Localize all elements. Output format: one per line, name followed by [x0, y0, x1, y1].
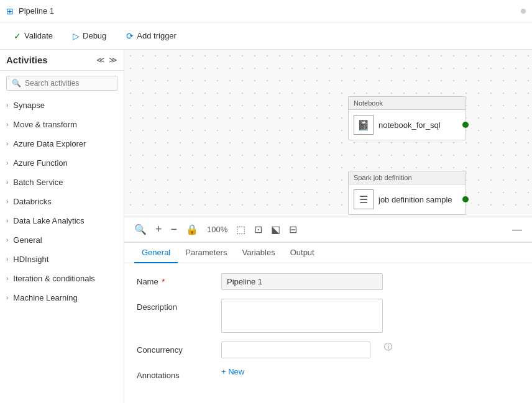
node-label-notebook: notebook_for_sql	[378, 120, 441, 130]
canvas-toolbar: 🔍 + − 🔒 100% ⬚ ⊡ ⬕ ⊟ —	[124, 217, 532, 242]
collapse-canvas-handle[interactable]: —	[512, 224, 522, 235]
node-header-spark: Spark job definition	[349, 171, 466, 184]
chevron-right-icon: ›	[6, 275, 8, 282]
search-input[interactable]	[25, 79, 112, 88]
add-canvas-icon[interactable]: +	[155, 223, 162, 236]
annotations-row: Annotations + New	[137, 367, 520, 380]
node-icon-notebook: 📓	[354, 115, 374, 135]
fit-canvas-icon[interactable]: 100%	[207, 225, 227, 234]
sidebar-item-data-lake-analytics[interactable]: ›Data Lake Analytics	[0, 211, 124, 230]
chevron-right-icon: ›	[6, 237, 8, 243]
collapse-icon[interactable]: ≪	[96, 55, 105, 65]
sidebar-title: Activities	[6, 55, 48, 65]
sidebar-item-iteration--conditionals[interactable]: ›Iteration & conditionals	[0, 269, 124, 288]
pipeline-node-notebook[interactable]: Notebook 📓 notebook_for_sql	[348, 96, 466, 140]
sidebar-header: Activities ≪ ≫	[0, 50, 124, 71]
chevron-right-icon: ›	[6, 121, 8, 128]
canvas: Notebook 📓 notebook_for_sql Spark job de…	[124, 50, 532, 217]
concurrency-input[interactable]	[221, 342, 370, 358]
chevron-right-icon: ›	[6, 140, 8, 147]
pipeline-node-spark[interactable]: Spark job definition ☰ job definition sa…	[348, 171, 466, 215]
sidebar-item-azure-function[interactable]: ›Azure Function	[0, 153, 124, 173]
sidebar-item-move--transform[interactable]: ›Move & transform	[0, 115, 124, 134]
chevron-right-icon: ›	[6, 179, 8, 186]
tab-parameters[interactable]: Parameters	[178, 243, 234, 263]
sidebar-item-batch-service[interactable]: ›Batch Service	[0, 173, 124, 192]
chevron-right-icon: ›	[6, 294, 8, 301]
bottom-panel: GeneralParametersVariablesOutput Name * …	[124, 242, 532, 403]
validate-button[interactable]: ✓ Validate	[10, 29, 57, 43]
debug-icon: ▷	[73, 31, 80, 41]
sidebar-controls[interactable]: ≪ ≫	[96, 55, 117, 65]
node-body-notebook: 📓 notebook_for_sql	[349, 110, 466, 140]
validate-icon: ✓	[14, 31, 21, 41]
fullscreen-canvas-icon[interactable]: ⬚	[236, 224, 245, 235]
add-trigger-button[interactable]: ⟳ Add trigger	[122, 29, 180, 43]
unsaved-indicator	[521, 9, 526, 14]
pipeline-title: Pipeline 1	[19, 6, 54, 16]
search-icon: 🔍	[12, 79, 21, 88]
sidebar-item-general[interactable]: ›General	[0, 230, 124, 250]
main-layout: Activities ≪ ≫ 🔍 ›Synapse›Move & transfo…	[0, 50, 532, 403]
sidebar: Activities ≪ ≫ 🔍 ›Synapse›Move & transfo…	[0, 50, 124, 403]
pipeline-icon: ⊞	[6, 6, 14, 16]
node-body-spark: ☰ job definition sample	[349, 184, 466, 214]
debug-button[interactable]: ▷ Debug	[69, 29, 110, 43]
title-bar: ⊞ Pipeline 1	[0, 0, 532, 22]
node-label-spark: job definition sample	[378, 195, 452, 204]
activities-list: ›Synapse›Move & transform›Azure Data Exp…	[0, 96, 124, 403]
chevron-right-icon: ›	[6, 256, 8, 263]
debug-label: Debug	[83, 31, 106, 40]
sidebar-item-hdinsight[interactable]: ›HDInsight	[0, 250, 124, 269]
chevron-right-icon: ›	[6, 198, 8, 205]
node-status-notebook	[462, 122, 469, 128]
node-icon-spark: ☰	[354, 189, 374, 209]
tab-general[interactable]: General	[134, 243, 178, 263]
lock-canvas-icon[interactable]: 🔒	[186, 224, 198, 235]
concurrency-info-icon[interactable]: ⓘ	[384, 342, 392, 353]
grid-canvas-icon[interactable]: ⊟	[289, 224, 297, 235]
subtract-canvas-icon[interactable]: −	[171, 223, 178, 236]
form-area: Name * Description Concurrency ⓘ	[124, 263, 532, 403]
trigger-label: Add trigger	[137, 31, 177, 40]
arrange-canvas-icon[interactable]: ⬕	[271, 224, 280, 235]
description-label: Description	[137, 299, 211, 312]
chevron-right-icon: ›	[6, 160, 8, 166]
toolbar: ✓ Validate ▷ Debug ⟳ Add trigger	[0, 22, 532, 50]
concurrency-row: Concurrency ⓘ	[137, 342, 520, 358]
tab-output[interactable]: Output	[283, 243, 322, 263]
chevron-right-icon: ›	[6, 102, 8, 109]
chevron-right-icon: ›	[6, 217, 8, 224]
sidebar-item-azure-data-explorer[interactable]: ›Azure Data Explorer	[0, 134, 124, 153]
search-canvas-icon[interactable]: 🔍	[134, 224, 147, 235]
description-row: Description	[137, 299, 520, 333]
description-input[interactable]	[221, 299, 383, 333]
name-label: Name *	[137, 273, 211, 286]
search-box[interactable]: 🔍	[6, 76, 117, 91]
name-input[interactable]	[221, 273, 383, 290]
sidebar-item-databricks[interactable]: ›Databricks	[0, 192, 124, 211]
name-row: Name *	[137, 273, 520, 290]
tab-variables[interactable]: Variables	[234, 243, 282, 263]
trigger-icon: ⟳	[126, 31, 134, 41]
tabs-row: GeneralParametersVariablesOutput	[124, 243, 532, 263]
select-canvas-icon[interactable]: ⊡	[254, 224, 262, 235]
expand-icon[interactable]: ≫	[109, 55, 117, 65]
node-header-notebook: Notebook	[349, 97, 466, 110]
annotations-new-button[interactable]: + New	[221, 367, 244, 376]
annotations-label: Annotations	[137, 367, 211, 380]
sidebar-item-synapse[interactable]: ›Synapse	[0, 96, 124, 115]
validate-label: Validate	[24, 31, 53, 40]
sidebar-item-machine-learning[interactable]: ›Machine Learning	[0, 288, 124, 307]
node-status-spark	[462, 196, 469, 202]
concurrency-label: Concurrency	[137, 342, 211, 355]
